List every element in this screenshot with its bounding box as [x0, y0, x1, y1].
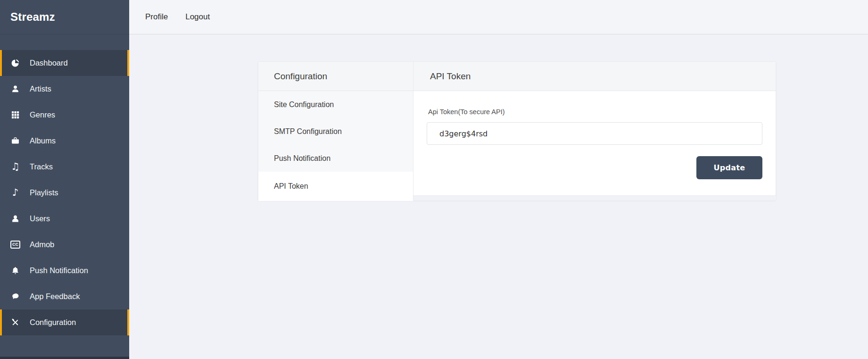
- sidebar-item-app-feedback[interactable]: App Feedback: [0, 284, 129, 309]
- sidebar-item-tracks[interactable]: ♫Tracks: [0, 154, 129, 180]
- tab-site-configuration[interactable]: Site Configuration: [258, 91, 413, 118]
- sidebar-item-label: Genres: [30, 110, 55, 119]
- music-notes-icon: ♫: [10, 162, 20, 172]
- main-content: Configuration Site ConfigurationSMTP Con…: [129, 35, 868, 359]
- sidebar-item-label: Push Notification: [30, 266, 88, 275]
- sidebar-item-admob[interactable]: CCAdmob: [0, 232, 129, 258]
- update-button[interactable]: Update: [696, 156, 762, 179]
- button-row: Update: [427, 156, 762, 179]
- api-token-panel-header: API Token: [413, 62, 776, 91]
- api-token-input[interactable]: [427, 122, 762, 145]
- sidebar-bottom-strip: [0, 357, 129, 359]
- sidebar-item-push-notification[interactable]: Push Notification: [0, 258, 129, 284]
- logo-area: Streamz: [0, 0, 129, 34]
- topbar-link-profile[interactable]: Profile: [145, 12, 168, 22]
- bell-icon: [10, 266, 20, 276]
- sidebar-item-label: Admob: [30, 240, 54, 249]
- person-icon: [10, 84, 20, 94]
- music-note-icon: ♪: [10, 188, 20, 198]
- tab-smtp-configuration[interactable]: SMTP Configuration: [258, 118, 413, 145]
- sidebar-item-label: Albums: [30, 136, 56, 145]
- sidebar-item-configuration[interactable]: Configuration: [0, 309, 129, 335]
- sidebar-item-label: Users: [30, 214, 50, 223]
- tab-push-notification[interactable]: Push Notification: [258, 145, 413, 172]
- user-bust-icon: [10, 214, 20, 224]
- configuration-tab-column: Configuration Site ConfigurationSMTP Con…: [258, 61, 413, 200]
- sidebar-menu: DashboardArtistsGenresAlbums♫Tracks♪Play…: [0, 34, 129, 335]
- sidebar-item-dashboard[interactable]: Dashboard: [0, 50, 129, 76]
- sidebar-item-label: Tracks: [30, 162, 53, 171]
- sidebar-item-albums[interactable]: Albums: [0, 128, 129, 154]
- topbar: Profile Logout: [129, 0, 868, 34]
- sidebar-item-artists[interactable]: Artists: [0, 76, 129, 102]
- api-token-panel-title: API Token: [430, 71, 471, 82]
- cc-icon: CC: [10, 240, 20, 250]
- topbar-link-logout[interactable]: Logout: [185, 12, 210, 22]
- grid-icon: [10, 110, 20, 120]
- chat-icon: [10, 292, 20, 302]
- sidebar-item-users[interactable]: Users: [0, 206, 129, 232]
- pie-chart-icon: [10, 58, 20, 68]
- sidebar-item-label: Artists: [30, 84, 51, 93]
- sidebar: Streamz DashboardArtistsGenresAlbums♫Tra…: [0, 0, 129, 359]
- configuration-card-header: Configuration: [258, 62, 413, 91]
- configuration-tab-list: Site ConfigurationSMTP ConfigurationPush…: [258, 91, 413, 201]
- configuration-card: Configuration Site ConfigurationSMTP Con…: [258, 61, 776, 200]
- sidebar-item-label: Playlists: [30, 188, 58, 197]
- api-token-field-label: Api Token(To secure API): [428, 108, 762, 116]
- tab-api-token[interactable]: API Token: [258, 172, 413, 201]
- api-token-form: Api Token(To secure API) Update: [413, 91, 776, 179]
- sidebar-item-label: App Feedback: [30, 292, 80, 301]
- configuration-card-title: Configuration: [274, 71, 327, 82]
- sidebar-item-playlists[interactable]: ♪Playlists: [0, 180, 129, 206]
- sidebar-item-genres[interactable]: Genres: [0, 102, 129, 128]
- briefcase-icon: [10, 136, 20, 146]
- sidebar-item-label: Dashboard: [30, 58, 68, 67]
- tools-icon: [10, 317, 20, 328]
- sidebar-item-label: Configuration: [30, 318, 76, 327]
- app-logo: Streamz: [10, 10, 55, 24]
- api-token-panel: API Token Api Token(To secure API) Updat…: [413, 61, 776, 196]
